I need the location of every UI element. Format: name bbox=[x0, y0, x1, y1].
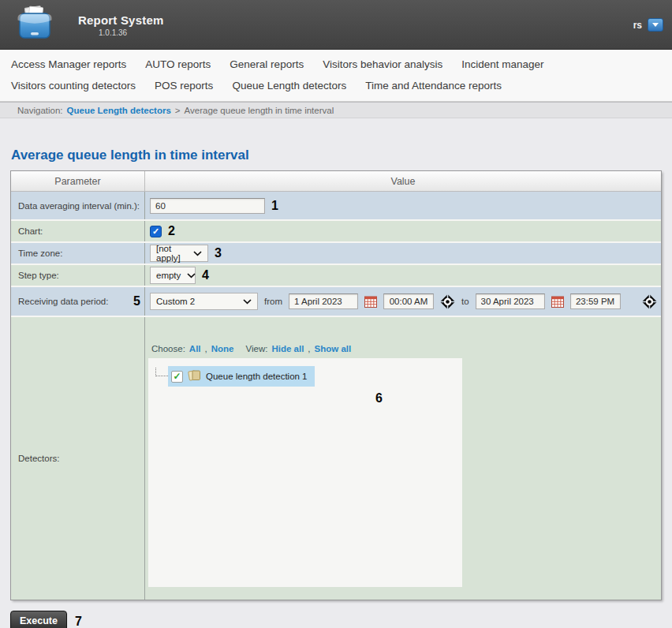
callout-7: 7 bbox=[75, 615, 82, 628]
row-detectors: Detectors: Choose: All, None View: Hide … bbox=[11, 316, 661, 600]
to-label: to bbox=[461, 297, 469, 306]
nav-general-reports[interactable]: General reports bbox=[230, 58, 304, 70]
period-preset-selected-value: Custom 2 bbox=[156, 297, 195, 306]
breadcrumb: Navigation: Queue Length detectors > Ave… bbox=[0, 102, 672, 118]
app-version: 1.0.1.36 bbox=[99, 28, 163, 37]
step-type-select[interactable]: empty bbox=[150, 267, 196, 284]
choose-label: Choose: bbox=[151, 344, 185, 353]
to-calendar-icon[interactable] bbox=[551, 296, 564, 308]
nav-access-manager-reports[interactable]: Access Manager reports bbox=[11, 58, 126, 70]
folder-icon bbox=[188, 368, 201, 384]
from-calendar-icon[interactable] bbox=[364, 296, 377, 308]
detectors-tree-panel: ✓ Queue length detection 1 6 bbox=[148, 358, 462, 587]
tree-item-selection[interactable]: ✓ Queue length detection 1 bbox=[168, 366, 315, 387]
label-time-zone: Time zone: bbox=[11, 243, 145, 264]
period-preset-select[interactable]: Custom 2 bbox=[150, 293, 258, 310]
from-time-picker-icon[interactable] bbox=[440, 294, 455, 309]
nav-visitors-counting-detectors[interactable]: Visitors counting detectors bbox=[11, 80, 136, 92]
breadcrumb-prefix: Navigation: bbox=[17, 106, 63, 115]
nav-incident-manager[interactable]: Incident manager bbox=[461, 58, 543, 70]
chevron-down-icon bbox=[193, 251, 202, 256]
from-time-input[interactable] bbox=[383, 293, 434, 309]
breadcrumb-link-queue-length-detectors[interactable]: Queue Length detectors bbox=[67, 106, 171, 115]
view-hide-all-link[interactable]: Hide all bbox=[271, 344, 304, 353]
app-header: Report System 1.0.1.36 rs bbox=[0, 0, 672, 50]
user-name: rs bbox=[633, 20, 642, 31]
column-header-parameter: Parameter bbox=[11, 171, 145, 191]
nav-auto-reports[interactable]: AUTO reports bbox=[145, 58, 211, 70]
from-label: from bbox=[264, 297, 282, 306]
parameters-table: Parameter Value Data averaging interval … bbox=[10, 170, 662, 600]
nav-queue-length-detectors[interactable]: Queue Length detectors bbox=[232, 80, 346, 92]
app-title: Report System bbox=[78, 13, 163, 27]
chart-checkbox[interactable]: ✓ bbox=[150, 226, 162, 237]
label-detectors: Detectors: bbox=[11, 317, 145, 600]
label-data-averaging-interval: Data averaging interval (min.): bbox=[11, 192, 145, 219]
time-zone-selected-value: [not apply] bbox=[156, 244, 187, 263]
app-logo-icon bbox=[16, 6, 54, 47]
interval-input[interactable] bbox=[150, 198, 265, 214]
chevron-down-icon bbox=[652, 23, 659, 27]
check-icon: ✓ bbox=[173, 371, 181, 382]
tree-branch-connector bbox=[155, 368, 168, 376]
breadcrumb-current: Average queue length in time interval bbox=[185, 106, 334, 115]
step-type-selected-value: empty bbox=[156, 271, 181, 280]
main-nav: Access Manager reports AUTO reports Gene… bbox=[0, 50, 672, 102]
callout-5: 5 bbox=[133, 294, 140, 308]
chevron-down-icon bbox=[243, 299, 252, 305]
comma-separator: , bbox=[308, 344, 310, 353]
breadcrumb-separator: > bbox=[175, 106, 181, 115]
row-receiving-data-period: Receiving data period: 5 Custom 2 from bbox=[11, 286, 661, 316]
callout-4: 4 bbox=[202, 268, 209, 282]
table-header-row: Parameter Value bbox=[11, 171, 661, 192]
execute-button[interactable]: Execute bbox=[10, 611, 67, 628]
label-receiving-data-period: Receiving data period: bbox=[18, 297, 108, 306]
tree-toolbar: Choose: All, None View: Hide all, Show a… bbox=[151, 344, 661, 353]
callout-2: 2 bbox=[168, 224, 175, 238]
check-icon: ✓ bbox=[152, 226, 159, 237]
row-time-zone: Time zone: [not apply] 3 bbox=[11, 241, 661, 264]
to-time-picker-icon[interactable] bbox=[642, 294, 657, 309]
callout-3: 3 bbox=[215, 246, 222, 260]
to-date-input[interactable] bbox=[476, 293, 545, 309]
nav-pos-reports[interactable]: POS reports bbox=[155, 80, 213, 92]
nav-visitors-behavior-analysis[interactable]: Visitors behavior analysis bbox=[323, 58, 442, 70]
view-label: View: bbox=[246, 344, 268, 353]
nav-time-and-attendance-reports[interactable]: Time and Attendance reports bbox=[365, 80, 502, 92]
callout-6: 6 bbox=[375, 391, 383, 406]
comma-separator: , bbox=[205, 344, 207, 353]
label-step-type: Step type: bbox=[11, 265, 145, 286]
column-header-value: Value bbox=[145, 171, 661, 191]
chevron-down-icon bbox=[187, 273, 196, 278]
detector-checkbox[interactable]: ✓ bbox=[171, 371, 183, 383]
label-chart: Chart: bbox=[11, 221, 145, 241]
view-show-all-link[interactable]: Show all bbox=[315, 344, 352, 353]
row-step-type: Step type: empty 4 bbox=[11, 264, 661, 286]
callout-1: 1 bbox=[271, 199, 278, 213]
row-data-averaging-interval: Data averaging interval (min.): 1 bbox=[11, 192, 661, 219]
choose-all-link[interactable]: All bbox=[189, 344, 201, 353]
to-time-input[interactable] bbox=[570, 293, 621, 309]
time-zone-select[interactable]: [not apply] bbox=[150, 245, 208, 262]
tree-item-label: Queue length detection 1 bbox=[206, 372, 308, 381]
row-chart: Chart: ✓ 2 bbox=[11, 219, 661, 241]
choose-none-link[interactable]: None bbox=[211, 344, 234, 353]
from-date-input[interactable] bbox=[289, 293, 358, 309]
page-title: Average queue length in time interval bbox=[11, 148, 662, 163]
tree-item-queue-length-detection-1: ✓ Queue length detection 1 bbox=[155, 366, 315, 387]
user-menu-button[interactable] bbox=[648, 18, 663, 32]
